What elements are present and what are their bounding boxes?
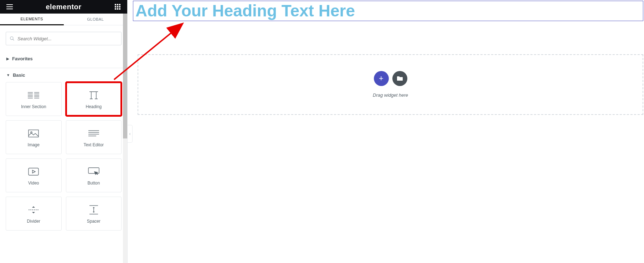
- widget-video[interactable]: Video: [6, 158, 62, 192]
- tab-elements[interactable]: ELEMENTS: [0, 14, 64, 25]
- svg-rect-21: [29, 130, 38, 137]
- elementor-sidebar: elementor ELEMENTS GLOBAL ▶ Favorites ▼ …: [0, 0, 128, 263]
- editor-canvas: Add Your Heading Text Here + Drag widget…: [133, 0, 644, 263]
- widget-text-editor[interactable]: Text Editor: [66, 120, 122, 154]
- basic-toggle[interactable]: ▼ Basic: [0, 68, 127, 82]
- svg-rect-1: [117, 4, 118, 5]
- widget-label: Divider: [27, 219, 40, 224]
- widget-spacer[interactable]: Spacer: [66, 197, 122, 231]
- widget-label: Image: [28, 142, 40, 147]
- heading-icon: [88, 89, 99, 101]
- spacer-icon: [89, 204, 98, 216]
- sidebar-header: elementor: [0, 0, 127, 14]
- widget-label: Inner Section: [21, 104, 46, 109]
- template-library-button[interactable]: [392, 71, 407, 86]
- heading-widget-instance[interactable]: Add Your Heading Text Here: [133, 1, 643, 21]
- favorites-label: Favorites: [12, 56, 33, 61]
- svg-rect-3: [115, 6, 116, 7]
- svg-rect-2: [119, 4, 120, 5]
- brand-logo: elementor: [16, 3, 111, 11]
- add-section-button[interactable]: +: [374, 71, 389, 86]
- search-icon: [10, 36, 15, 41]
- svg-rect-5: [119, 6, 120, 7]
- svg-rect-27: [29, 168, 38, 175]
- search-input[interactable]: [17, 36, 118, 41]
- apps-grid-button[interactable]: [111, 0, 124, 14]
- sidebar-tabs: ELEMENTS GLOBAL: [0, 14, 127, 25]
- svg-rect-6: [115, 8, 116, 10]
- plus-icon: +: [379, 74, 383, 83]
- image-icon: [28, 127, 39, 140]
- inner-section-icon: [28, 89, 39, 101]
- search-box: [6, 32, 122, 45]
- video-icon: [28, 166, 39, 178]
- widget-heading[interactable]: Heading: [66, 82, 122, 116]
- tab-global[interactable]: GLOBAL: [64, 14, 128, 25]
- svg-rect-7: [117, 8, 118, 10]
- drop-zone[interactable]: + Drag widget here: [138, 54, 643, 115]
- svg-rect-0: [115, 4, 116, 5]
- caret-right-icon: ▶: [6, 57, 9, 61]
- sidebar-scrollbar-thumb[interactable]: [123, 14, 127, 138]
- text-editor-icon: [88, 127, 99, 140]
- drop-hint-text: Drag widget here: [373, 92, 408, 98]
- widget-label: Heading: [86, 104, 102, 109]
- caret-down-icon: ▼: [6, 73, 10, 77]
- widget-inner-section[interactable]: Inner Section: [6, 82, 62, 116]
- widget-button[interactable]: Button: [66, 158, 122, 192]
- svg-rect-8: [119, 8, 120, 10]
- widget-label: Spacer: [87, 219, 101, 224]
- svg-line-10: [13, 39, 14, 41]
- widget-divider[interactable]: Divider: [6, 197, 62, 231]
- divider-icon: [29, 204, 38, 216]
- widget-grid: Inner Section Heading Image Text Editor: [0, 82, 127, 236]
- widget-label: Text Editor: [83, 142, 104, 147]
- basic-label: Basic: [13, 72, 25, 78]
- favorites-toggle[interactable]: ▶ Favorites: [0, 52, 127, 66]
- collapse-sidebar-button[interactable]: ‹: [128, 125, 133, 143]
- widget-image[interactable]: Image: [6, 120, 62, 154]
- widget-label: Video: [28, 181, 39, 186]
- search-wrap: [0, 25, 127, 52]
- heading-text[interactable]: Add Your Heading Text Here: [135, 2, 641, 20]
- button-icon: [88, 166, 99, 178]
- widget-label: Button: [87, 181, 100, 186]
- svg-rect-4: [117, 6, 118, 7]
- svg-point-9: [10, 37, 13, 40]
- folder-icon: [397, 76, 403, 81]
- apps-grid-icon: [115, 4, 120, 10]
- chevron-left-icon: ‹: [129, 131, 131, 136]
- favorites-section: ▶ Favorites: [0, 52, 127, 68]
- hamburger-menu-button[interactable]: [3, 0, 16, 14]
- drop-buttons: +: [374, 71, 407, 86]
- hamburger-icon: [6, 4, 13, 9]
